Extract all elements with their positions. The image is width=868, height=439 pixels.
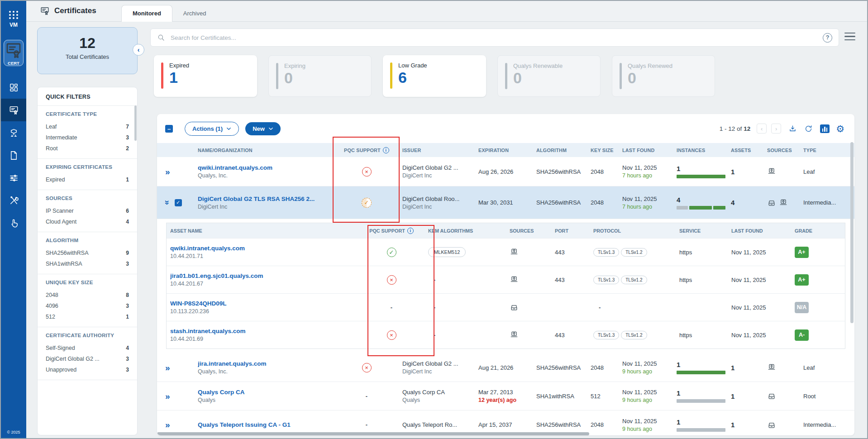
col-pqc-support[interactable]: PQC SUPPORTi xyxy=(334,147,400,153)
table-row[interactable]: » jira.intranet.qualys.comQualys, Inc. ×… xyxy=(157,353,854,382)
asset-row[interactable]: qwiki.intranet.qualys.com10.44.201.71 ✓ … xyxy=(167,238,845,266)
col-protocol[interactable]: PROTOCOL xyxy=(590,228,676,234)
select-all-checkbox[interactable]: – xyxy=(165,125,173,133)
quick-filters-panel: QUICK FILTERS CERTIFICATE TYPE Leaf7 Int… xyxy=(37,87,138,435)
table-row[interactable]: » qwiki.intranet.qualys.comQualys, Inc. … xyxy=(157,157,854,186)
col-instances[interactable]: INSTANCES xyxy=(674,148,728,153)
col-service[interactable]: SERVICE xyxy=(676,228,728,234)
filter-item-cloud-agent[interactable]: Cloud Agent4 xyxy=(46,216,129,227)
sidebar-item-reports[interactable] xyxy=(1,144,26,167)
sidebar-item-dashboard[interactable] xyxy=(1,76,26,99)
sidebar-item-certificates[interactable] xyxy=(1,99,26,121)
info-icon[interactable]: i xyxy=(407,228,414,234)
chart-view-button[interactable] xyxy=(820,124,830,133)
asset-details-table: ASSET NAME PQC SUPPORTi KEM ALGORITHMS S… xyxy=(166,223,845,349)
refresh-icon xyxy=(804,124,813,133)
certificate-name-link[interactable]: Qualys Teleport Issuing CA - G1 xyxy=(198,421,331,428)
col-key-size[interactable]: KEY SIZE xyxy=(588,148,620,153)
certificate-name-link[interactable]: qwiki.intranet.qualys.com xyxy=(198,164,331,171)
asset-row[interactable]: WIN-P8S24QHD09L10.113.220.236 - - - Nov … xyxy=(167,293,845,321)
col-inner-last-found[interactable]: LAST FOUND xyxy=(728,228,791,234)
ip-scanner-icon xyxy=(510,303,519,312)
filter-item-leaf[interactable]: Leaf7 xyxy=(46,121,129,132)
collapse-row-icon[interactable]: » xyxy=(163,200,172,205)
row-checkbox-checked[interactable]: ✓ xyxy=(175,199,182,206)
filter-item-4096[interactable]: 40963 xyxy=(46,301,129,311)
collapse-panel-button[interactable]: ‹ xyxy=(133,44,144,56)
sidebar-item-tools[interactable] xyxy=(1,189,26,212)
certificate-name-link[interactable]: jira.intranet.qualys.com xyxy=(198,360,331,367)
col-grade[interactable]: GRADE xyxy=(791,228,845,234)
certificate-name-link[interactable]: DigiCert Global G2 TLS RSA SHA256 2... xyxy=(198,196,331,202)
filter-item-expired[interactable]: Expired1 xyxy=(46,174,129,185)
col-inner-sources[interactable]: SOURCES xyxy=(506,228,551,234)
prev-page-button[interactable]: ‹ xyxy=(757,124,767,134)
app-launcher-icon[interactable] xyxy=(9,11,19,19)
new-button[interactable]: New xyxy=(245,122,281,135)
col-last-found[interactable]: LAST FOUND xyxy=(620,148,674,153)
table-toolbar: – Actions (1) New 1 - 12 of 12 ‹ › ⚙ xyxy=(157,114,854,143)
table-row[interactable]: » Qualys Teleport Issuing CA - G1 - Qual… xyxy=(157,410,854,435)
filter-item-ip-scanner[interactable]: IP Scanner6 xyxy=(46,205,129,216)
card-qualys-renewable[interactable]: Qualys Renewable 0 xyxy=(497,55,601,97)
chevron-left-icon: ‹ xyxy=(138,46,140,53)
certificate-name-link[interactable]: Qualys Corp CA xyxy=(198,389,331,396)
filter-item-sha1withrsa[interactable]: SHA1withRSA3 xyxy=(46,258,129,269)
filter-item-digicert-global-g2[interactable]: DigiCert Global G2 ...3 xyxy=(46,353,129,364)
settings-gear-icon[interactable]: ⚙ xyxy=(836,124,844,134)
asset-row[interactable]: jira01.b01.eng.sjc01.qualys.com10.44.201… xyxy=(167,266,845,293)
refresh-button[interactable] xyxy=(804,124,813,133)
cert-module-badge[interactable]: CERT xyxy=(4,40,24,66)
col-type[interactable]: TYPE xyxy=(801,148,854,153)
protocol-chip: TLSv1.2 xyxy=(621,276,647,284)
filter-item-unapproved[interactable]: Unapproved3 xyxy=(46,364,129,375)
search-input[interactable] xyxy=(171,34,823,41)
filter-item-root[interactable]: Root2 xyxy=(46,143,129,154)
filter-item-self-signed[interactable]: Self-Signed4 xyxy=(46,343,129,353)
card-low-grade[interactable]: Low Grade 6 xyxy=(383,55,486,97)
expand-row-icon[interactable]: » xyxy=(165,392,170,401)
asset-name-link[interactable]: WIN-P8S24QHD09L xyxy=(170,300,355,307)
col-expiration[interactable]: EXPIRATION xyxy=(476,148,534,153)
expand-row-icon[interactable]: » xyxy=(165,420,170,429)
next-page-button[interactable]: › xyxy=(771,124,781,134)
asset-name-link[interactable]: jira01.b01.eng.sjc01.qualys.com xyxy=(170,272,355,279)
col-sources[interactable]: SOURCES xyxy=(764,148,801,153)
card-qualys-renewed[interactable]: Qualys Renewed 0 xyxy=(612,55,715,97)
col-inner-pqc-support[interactable]: PQC SUPPORTi xyxy=(358,228,424,234)
asset-name-link[interactable]: qwiki.intranet.qualys.com xyxy=(170,245,355,252)
card-expiring[interactable]: Expiring 0 xyxy=(268,55,372,97)
col-asset-name[interactable]: ASSET NAME xyxy=(167,228,358,234)
col-algorithm[interactable]: ALGORITHM xyxy=(534,148,588,153)
tab-monitored[interactable]: Monitored xyxy=(121,5,172,22)
col-name-organization[interactable]: NAME/ORGANIZATION xyxy=(195,148,334,153)
col-issuer[interactable]: ISSUER xyxy=(400,148,476,153)
filters-scrollbar[interactable] xyxy=(134,105,137,141)
help-icon[interactable]: ? xyxy=(823,33,832,43)
asset-row[interactable]: stash.intranet.qualys.com10.44.201.69 × … xyxy=(167,321,845,348)
menu-icon[interactable] xyxy=(844,33,855,40)
actions-button[interactable]: Actions (1) xyxy=(185,122,239,136)
asset-name-link[interactable]: stash.intranet.qualys.com xyxy=(170,328,355,334)
sidebar-item-configuration[interactable] xyxy=(1,167,26,189)
horizontal-scrollbar[interactable] xyxy=(157,432,589,435)
col-port[interactable]: PORT xyxy=(551,228,590,234)
info-icon[interactable]: i xyxy=(383,147,389,153)
download-button[interactable] xyxy=(788,124,797,133)
expand-row-icon[interactable]: » xyxy=(165,167,170,176)
filter-section-key-size: UNIQUE KEY SIZE 20488 40963 5121 xyxy=(38,274,137,327)
col-assets[interactable]: ASSETS xyxy=(728,148,764,153)
tab-archived[interactable]: Archived xyxy=(172,5,217,22)
vertical-scrollbar[interactable] xyxy=(850,142,854,323)
expand-row-icon[interactable]: » xyxy=(165,363,170,372)
filter-item-sha256withrsa[interactable]: SHA256withRSA9 xyxy=(46,248,129,258)
sidebar-item-activity[interactable] xyxy=(1,212,26,234)
filter-item-512[interactable]: 5121 xyxy=(46,311,129,322)
table-row[interactable]: » Qualys Corp CAQualys - Qualys Corp CAQ… xyxy=(157,382,854,410)
table-row-selected[interactable]: »✓ DigiCert Global G2 TLS RSA SHA256 2..… xyxy=(157,186,854,219)
filter-item-intermediate[interactable]: Intermediate3 xyxy=(46,132,129,143)
col-kem-algorithms[interactable]: KEM ALGORITHMS xyxy=(424,228,506,234)
card-expired[interactable]: Expired 1 xyxy=(154,55,257,97)
sidebar-item-assets[interactable] xyxy=(1,121,26,144)
filter-item-2048[interactable]: 20488 xyxy=(46,290,129,301)
